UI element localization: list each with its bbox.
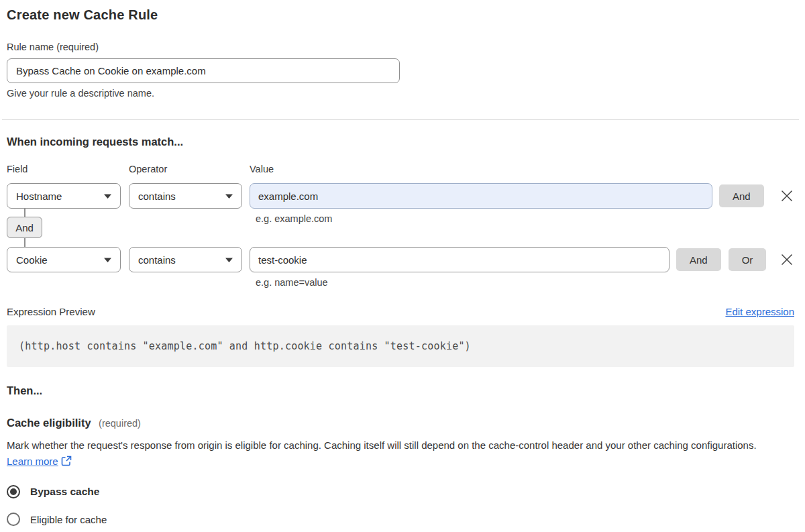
add-and-condition-button-2[interactable]: And — [676, 248, 721, 271]
value-input-2[interactable] — [250, 247, 669, 272]
expression-header: Expression Preview Edit expression — [7, 306, 794, 317]
remove-condition-button-2[interactable] — [780, 252, 794, 267]
operator-column-label: Operator — [129, 164, 250, 174]
connector-line-bottom — [24, 238, 25, 247]
expression-code: (http.host contains "example.com" and ht… — [19, 340, 471, 352]
radio-option-eligible-for-cache[interactable]: Eligible for cache — [7, 513, 794, 526]
value-hint-1: e.g. example.com — [256, 213, 332, 224]
create-cache-rule-form: Create new Cache Rule Rule name (require… — [7, 0, 794, 526]
rule-name-label: Rule name (required) — [7, 42, 794, 52]
connector-line-top — [24, 209, 25, 217]
chevron-down-icon — [104, 194, 111, 199]
field-select-2[interactable]: Cookie — [7, 247, 121, 272]
chevron-down-icon — [225, 258, 233, 262]
cache-eligibility-title: Cache eligibility — [7, 417, 91, 429]
section-divider — [2, 119, 799, 120]
chevron-down-icon — [104, 258, 111, 262]
cache-eligibility-options: Bypass cache Eligible for cache — [7, 485, 794, 526]
external-link-icon — [61, 455, 72, 471]
field-select-1-value: Hostname — [16, 191, 62, 202]
rule-name-helper: Give your rule a descriptive name. — [7, 88, 794, 99]
radio-option-bypass-cache[interactable]: Bypass cache — [7, 485, 794, 498]
add-or-condition-button-2[interactable]: Or — [729, 248, 767, 271]
remove-condition-button-1[interactable] — [780, 189, 794, 203]
cache-eligibility-heading: Cache eligibility (required) — [7, 417, 794, 429]
condition-row-2: Cookie contains And Or — [7, 247, 794, 272]
radio-button-unselected[interactable] — [7, 513, 20, 526]
expression-preview-label: Expression Preview — [7, 306, 95, 317]
condition-column-labels: Field Operator Value — [7, 164, 794, 174]
value-hint-2: e.g. name=value — [256, 277, 328, 288]
value-input-1[interactable] — [250, 183, 712, 209]
then-heading: Then... — [7, 384, 794, 397]
value-column-label: Value — [250, 164, 274, 174]
radio-button-selected[interactable] — [7, 485, 20, 498]
page-title: Create new Cache Rule — [7, 7, 794, 23]
match-section-heading: When incoming requests match... — [7, 136, 794, 148]
field-column-label: Field — [7, 164, 129, 174]
expression-preview-block: (http.host contains "example.com" and ht… — [7, 325, 794, 367]
add-and-condition-button-1[interactable]: And — [719, 184, 764, 207]
operator-select-1[interactable]: contains — [129, 183, 242, 209]
row-2-hint-area: e.g. name=value — [7, 272, 794, 295]
learn-more-link[interactable]: Learn more — [7, 456, 58, 467]
operator-select-2-value: contains — [138, 254, 176, 266]
field-select-1[interactable]: Hostname — [7, 183, 121, 209]
radio-label: Eligible for cache — [30, 514, 107, 525]
description-text: Mark whether the request's response from… — [7, 439, 757, 451]
rule-name-input[interactable] — [7, 58, 400, 83]
edit-expression-link[interactable]: Edit expression — [725, 306, 794, 317]
close-icon — [780, 189, 794, 203]
connector-and-badge[interactable]: And — [7, 217, 42, 238]
field-select-2-value: Cookie — [16, 254, 48, 266]
condition-row-1: Hostname contains And — [7, 183, 794, 209]
close-icon — [780, 252, 794, 267]
operator-select-1-value: contains — [138, 191, 176, 202]
cache-eligibility-description: Mark whether the request's response from… — [7, 437, 785, 471]
radio-label: Bypass cache — [30, 486, 99, 498]
operator-select-2[interactable]: contains — [129, 247, 242, 272]
required-note: (required) — [99, 418, 141, 429]
chevron-down-icon — [225, 194, 233, 199]
connector-area: e.g. example.com And — [7, 209, 794, 247]
